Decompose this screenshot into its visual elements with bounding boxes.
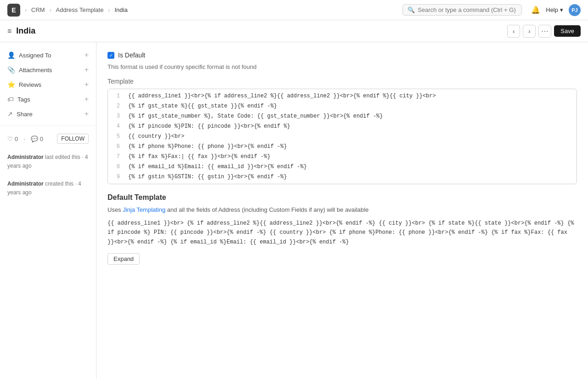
- prev-button[interactable]: ‹: [507, 25, 520, 38]
- crumb-india: India: [114, 6, 127, 13]
- add-attachment-icon[interactable]: +: [85, 66, 89, 74]
- is-default-row: Is Default: [107, 51, 577, 59]
- crumb-crm[interactable]: CRM: [31, 6, 45, 13]
- share-icon: ↗: [7, 110, 13, 118]
- avatar[interactable]: PJ: [569, 4, 581, 16]
- line-number: 2: [108, 101, 124, 111]
- sidebar-meta: Administrator last edited this · 4 years…: [0, 148, 96, 202]
- code-line: 4{% if pincode %}PIN: {{ pincode }}<br>{…: [108, 121, 577, 131]
- default-template-title: Default Template: [107, 193, 577, 202]
- help-chevron-icon: ▾: [560, 6, 563, 13]
- line-number: 8: [108, 162, 124, 172]
- crumb-sep-1: ›: [25, 7, 27, 13]
- main-layout: 👤 Assigned To + 📎 Attachments + ⭐ Review…: [0, 42, 588, 379]
- last-edited-info: Administrator last edited this · 4 years…: [7, 153, 89, 170]
- code-line: 1{{ address_line1 }}<br>{% if address_li…: [108, 91, 577, 101]
- attachments-icon: 📎: [7, 66, 15, 74]
- more-options-button[interactable]: ···: [538, 25, 551, 38]
- default-template-desc-post: and all the fields of Address (including…: [165, 206, 368, 213]
- code-line: 5{{ country }}<br>: [108, 131, 577, 141]
- sidebar-label-share: Share: [17, 111, 33, 118]
- topnav: E › CRM › Address Template › India 🔍 🔔 H…: [0, 0, 588, 20]
- sidebar-label-tags: Tags: [17, 96, 30, 103]
- crumb-sep-2: ›: [50, 7, 51, 13]
- line-number: 3: [108, 111, 124, 121]
- code-editor-inner: 1{{ address_line1 }}<br>{% if address_li…: [108, 89, 577, 184]
- help-button[interactable]: Help ▾: [546, 6, 563, 13]
- line-number: 7: [108, 152, 124, 162]
- line-number: 6: [108, 141, 124, 152]
- sidebar-item-share[interactable]: ↗ Share +: [0, 107, 96, 121]
- add-share-icon[interactable]: +: [85, 110, 89, 118]
- expand-button[interactable]: Expand: [107, 253, 140, 265]
- likes-count: ♡ 0: [7, 136, 18, 142]
- comments-value: 0: [40, 136, 43, 142]
- sidebar-item-assigned-to[interactable]: 👤 Assigned To +: [0, 48, 96, 62]
- line-content: {% if fax %}Fax:| {{ fax }}<br>{% endif …: [124, 152, 577, 162]
- header-actions: ‹ › ··· Save: [507, 25, 581, 38]
- save-button[interactable]: Save: [554, 25, 581, 37]
- sidebar-label-assigned-to: Assigned To: [19, 52, 51, 59]
- line-content: {% if gstin %}GSTIN: {{ gstin }}<br>{% e…: [124, 172, 577, 182]
- help-label: Help: [546, 6, 558, 13]
- line-content: {% if gst_state %}{{ gst_state }}{% endi…: [124, 101, 577, 111]
- comments-count: 💬 0: [31, 136, 43, 142]
- add-tag-icon[interactable]: +: [85, 95, 89, 103]
- is-default-checkbox[interactable]: [107, 52, 114, 59]
- heart-icon: ♡: [7, 136, 13, 142]
- follow-button[interactable]: FOLLOW: [57, 134, 89, 144]
- sidebar: 👤 Assigned To + 📎 Attachments + ⭐ Review…: [0, 42, 96, 379]
- created-by: Administrator: [7, 181, 44, 187]
- line-number: 1: [108, 91, 124, 101]
- sidebar-item-reviews[interactable]: ⭐ Reviews +: [0, 77, 96, 92]
- default-template-desc: Uses Jinja Templating and all the fields…: [107, 206, 577, 213]
- search-icon: 🔍: [407, 6, 415, 13]
- code-line: 9{% if gstin %}GSTIN: {{ gstin }}<br>{% …: [108, 172, 577, 182]
- line-content: {% if gst_state_number %}, State Code: {…: [124, 111, 577, 121]
- template-section-label: Template: [107, 78, 577, 85]
- topnav-right: 🔔 Help ▾ PJ: [531, 4, 581, 16]
- app-logo: E: [7, 4, 20, 17]
- likes-value: 0: [15, 136, 18, 142]
- add-review-icon[interactable]: +: [85, 80, 89, 89]
- add-assigned-to-icon[interactable]: +: [85, 51, 89, 59]
- line-content: {{ address_line1 }}<br>{% if address_lin…: [124, 91, 577, 101]
- page-title: India: [16, 26, 35, 36]
- code-line: 6{% if phone %}Phone: {{ phone }}<br>{% …: [108, 141, 577, 152]
- line-number: 9: [108, 172, 124, 182]
- code-line: 7{% if fax %}Fax:| {{ fax }}<br>{% endif…: [108, 152, 577, 162]
- stats-dot: ·: [23, 136, 25, 142]
- sidebar-label-reviews: Reviews: [19, 81, 41, 88]
- sidebar-item-tags[interactable]: 🏷 Tags +: [0, 92, 96, 107]
- tags-icon: 🏷: [7, 96, 14, 103]
- next-button[interactable]: ›: [523, 25, 536, 38]
- last-edited-desc: last edited this: [45, 154, 80, 160]
- sidebar-item-attachments[interactable]: 📎 Attachments +: [0, 62, 96, 77]
- code-line: 3{% if gst_state_number %}, State Code: …: [108, 111, 577, 121]
- hamburger-icon[interactable]: ≡: [7, 27, 11, 35]
- line-number: 4: [108, 121, 124, 131]
- sidebar-label-attachments: Attachments: [19, 67, 52, 74]
- code-editor[interactable]: 1{{ address_line1 }}<br>{% if address_li…: [107, 89, 577, 184]
- reviews-icon: ⭐: [7, 81, 15, 88]
- created-info: Administrator created this · 4 years ago: [7, 180, 89, 197]
- default-template-desc-pre: Uses: [107, 206, 123, 213]
- default-template-code: {{ address_line1 }}<br> {% if address_li…: [107, 219, 577, 247]
- jinja-templating-link[interactable]: Jinja Templating: [123, 206, 165, 213]
- sidebar-divider: [0, 125, 96, 125]
- code-line: 8{% if email_id %}Email: {{ email_id }}<…: [108, 162, 577, 172]
- code-line: 2{% if gst_state %}{{ gst_state }}{% end…: [108, 101, 577, 111]
- line-content: {{ country }}<br>: [124, 131, 577, 141]
- line-content: {% if pincode %}PIN: {{ pincode }}<br>{%…: [124, 121, 577, 131]
- line-content: {% if phone %}Phone: {{ phone }}<br>{% e…: [124, 141, 577, 152]
- created-desc: created this: [45, 181, 74, 187]
- line-number: 5: [108, 131, 124, 141]
- crumb-sep-3: ›: [108, 7, 110, 13]
- assigned-to-icon: 👤: [7, 51, 15, 59]
- search-input[interactable]: [418, 6, 517, 13]
- main-content: Is Default This format is used if countr…: [96, 42, 588, 379]
- crumb-address-template[interactable]: Address Template: [56, 6, 104, 13]
- notifications-icon[interactable]: 🔔: [531, 6, 540, 14]
- search-box[interactable]: 🔍: [402, 4, 522, 16]
- line-content: {% if email_id %}Email: {{ email_id }}<b…: [124, 162, 577, 172]
